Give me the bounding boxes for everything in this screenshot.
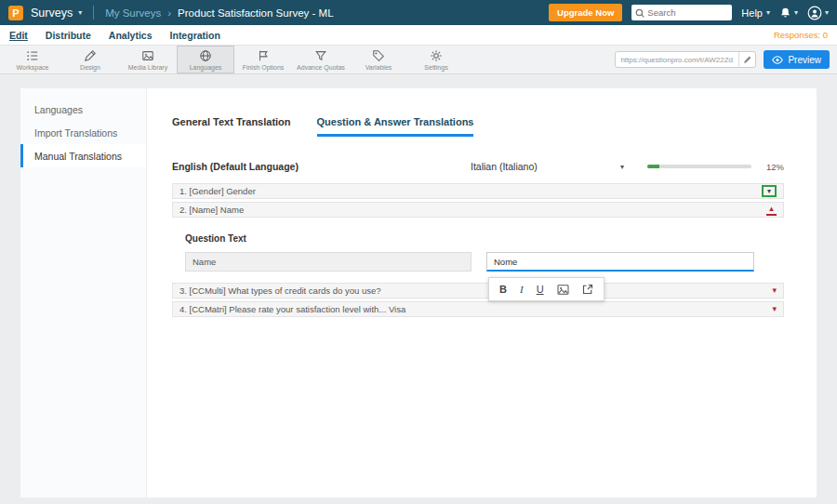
surveys-menu[interactable]: Surveys ▾ [31,7,82,20]
translation-progress-label: 12% [760,162,784,172]
bell-icon [779,7,791,19]
expand-caret-highlighted[interactable]: ▾ [762,185,777,197]
search-box[interactable] [631,5,732,20]
questionpro-logo[interactable]: P [8,6,23,20]
design-icon [84,49,97,62]
insert-image-button[interactable] [557,285,569,295]
translation-editor: Question Text B I U [172,220,784,283]
question-row-ccmulti[interactable]: 3. [CCMulti] What types of credit cards … [172,283,784,298]
toolbar-item-design[interactable]: Design [61,46,119,73]
chevron-down-icon: ▾ [78,8,82,17]
notifications-menu[interactable]: ▾ [779,7,798,19]
workspace-icon [26,49,39,62]
content-card: Languages Import Translations Manual Tra… [20,88,817,497]
target-language-label: Italian (Italiano) [471,161,538,172]
toolbar-item-variables[interactable]: Variables [350,46,407,73]
sidebar-item-languages[interactable]: Languages [20,98,146,121]
tab-question-answer-translations[interactable]: Question & Answer Translations [317,116,474,137]
breadcrumb-survey-title: Product Satisfaction Survey - ML [178,7,333,19]
edit-url-button[interactable] [738,52,755,67]
chevron-up-icon: ▴ [769,205,774,213]
chevron-down-icon: ▾ [766,8,770,17]
breadcrumb-my-surveys[interactable]: My Surveys [105,7,161,19]
tab-integration[interactable]: Integration [170,30,220,41]
question-label: 1. [Gender] Gender [179,186,256,196]
question-row-gender[interactable]: 1. [Gender] Gender ▾ [172,183,784,199]
external-link-icon [582,284,593,295]
preview-button[interactable]: Preview [764,50,830,69]
survey-url-box [615,51,756,68]
chevron-down-icon: ▾ [825,8,829,17]
toolbar-item-label: Settings [424,64,447,71]
insert-link-button[interactable] [582,284,593,295]
toolbar-item-label: Finish Options [243,64,285,71]
target-text-wrap: B I U [486,252,754,272]
question-label: 3. [CCMulti] What types of credit cards … [179,285,380,296]
toolbar-item-label: Workspace [17,64,49,71]
topbar-right: Upgrade Now Help ▾ ▾ ▾ [549,4,829,21]
preview-label: Preview [788,55,821,65]
toolbar-item-settings[interactable]: Settings [407,46,465,73]
tab-analytics[interactable]: Analytics [109,30,153,41]
user-avatar-menu[interactable]: ▾ [807,6,829,20]
sidebar-item-manual-translations[interactable]: Manual Translations [20,144,146,167]
source-text-input[interactable] [185,252,472,272]
underline-button[interactable]: U [537,284,544,295]
target-text-input[interactable] [486,252,754,272]
editor-row: B I U [185,252,784,272]
question-text-label: Question Text [185,233,784,244]
search-icon [635,8,644,18]
translation-progress-fill [647,165,659,168]
target-language-select[interactable]: Italian (Italiano) ▾ [471,161,624,172]
sidebar-item-import-translations[interactable]: Import Translations [20,121,146,144]
translation-tabs: General Text Translation Question & Answ… [172,116,784,137]
question-row-name[interactable]: 2. [Name] Name ▴ [172,202,784,218]
ribbon-right: Preview [615,46,830,73]
toolbar-item-workspace[interactable]: Workspace [4,46,61,73]
tab-distribute[interactable]: Distribute [46,30,91,41]
question-list: 1. [Gender] Gender ▾ 2. [Name] Name ▴ Qu… [172,183,784,317]
main-nav: Edit Distribute Analytics Integration Re… [0,25,837,45]
toolbar-item-media-library[interactable]: Media Library [119,46,177,73]
responses-count[interactable]: Responses: 0 [774,30,828,40]
topbar: P Surveys ▾ My Surveys › Product Satisfa… [0,0,837,25]
question-label: 4. [CCMatri] Please rate your satisfacti… [179,304,405,314]
tab-edit[interactable]: Edit [9,30,28,41]
avatar-icon [807,6,822,20]
topbar-divider [93,6,94,20]
caret-underline [766,214,777,216]
expand-caret[interactable]: ▾ [772,305,777,313]
help-menu[interactable]: Help ▾ [741,7,770,19]
breadcrumb: My Surveys › Product Satisfaction Survey… [105,7,333,19]
survey-url-input[interactable] [616,56,738,64]
search-input[interactable] [647,7,728,18]
media-library-icon [141,49,154,62]
variables-icon [372,49,385,62]
italic-button[interactable]: I [520,284,524,295]
bold-button[interactable]: B [499,284,507,295]
toolbar-item-label: Variables [365,64,392,71]
collapse-caret[interactable]: ▴ [766,205,777,216]
advance-quotas-icon [314,49,327,62]
translations-sidebar: Languages Import Translations Manual Tra… [20,88,147,497]
toolbar-item-advance-quotas[interactable]: Advance Quotas [292,46,350,73]
toolbar-item-label: Languages [190,64,222,71]
chevron-down-icon: ▾ [794,8,798,17]
manual-translations-panel: General Text Translation Question & Answ… [147,88,817,497]
toolbar-item-label: Media Library [128,64,167,71]
question-row-ccmatri[interactable]: 4. [CCMatri] Please rate your satisfacti… [172,301,784,317]
help-label: Help [741,7,763,19]
surveys-menu-label: Surveys [31,7,73,20]
formatting-toolbar: B I U [488,277,604,301]
toolbar-item-finish-options[interactable]: Finish Options [234,46,292,73]
chevron-down-icon: ▾ [620,163,624,171]
question-label: 2. [Name] Name [179,205,244,215]
expand-caret[interactable]: ▾ [772,286,777,295]
upgrade-now-button[interactable]: Upgrade Now [549,4,622,21]
source-language-label: English (Default Language) [172,161,471,172]
language-row: English (Default Language) Italian (Ital… [172,161,784,172]
toolbar-item-label: Design [80,64,100,71]
translation-progress-bar [647,165,751,168]
toolbar-item-languages[interactable]: Languages [177,46,234,73]
tab-general-text-translation[interactable]: General Text Translation [172,116,291,137]
